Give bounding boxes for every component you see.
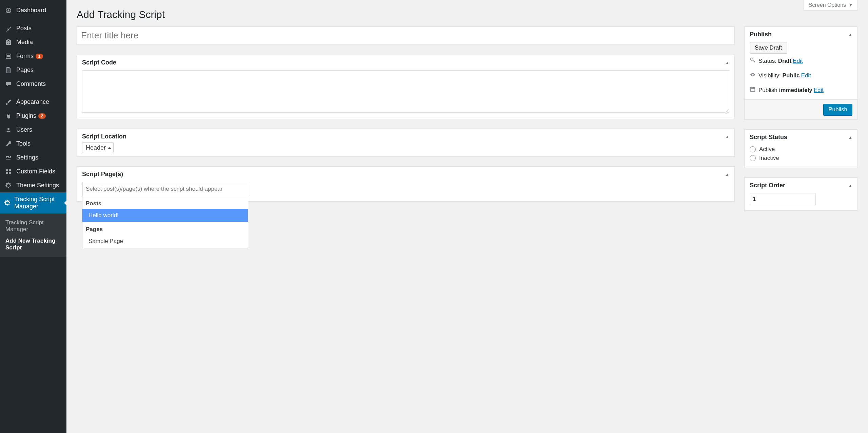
svg-rect-7 xyxy=(6,172,8,174)
menu-comments[interactable]: Comments xyxy=(0,77,66,91)
svg-rect-5 xyxy=(6,169,8,171)
box-toggle[interactable]: ▲ xyxy=(725,134,729,139)
svg-rect-3 xyxy=(7,56,10,57)
menu-posts[interactable]: Posts xyxy=(0,21,66,35)
menu-dashboard[interactable]: Dashboard xyxy=(0,3,66,17)
gear-icon xyxy=(4,200,11,206)
publish-status-row: Status: Draft Edit xyxy=(750,54,852,68)
user-icon xyxy=(4,127,13,133)
radio-active[interactable]: Active xyxy=(750,145,852,154)
publish-value: immediately xyxy=(779,87,812,94)
plug-icon xyxy=(4,113,13,119)
page-title: Add Tracking Script xyxy=(77,0,858,26)
option-group-pages: Pages xyxy=(82,222,248,235)
box-title: Script Location xyxy=(82,133,126,140)
pin-icon xyxy=(4,25,13,32)
box-script-order: Script Order ▲ xyxy=(744,177,858,211)
option-group-posts: Posts xyxy=(82,196,248,209)
box-title: Script Status xyxy=(750,134,787,141)
svg-rect-6 xyxy=(9,169,11,171)
menu-label: Appearance xyxy=(16,98,49,106)
save-draft-button[interactable]: Save Draft xyxy=(750,42,787,54)
menu-appearance[interactable]: Appearance xyxy=(0,95,66,109)
menu-label: Theme Settings xyxy=(16,182,59,189)
box-title: Script Order xyxy=(750,182,785,189)
menu-label: Plugins xyxy=(16,112,36,119)
dashboard-icon xyxy=(4,7,13,14)
script-code-textarea[interactable] xyxy=(82,70,729,113)
box-toggle[interactable]: ▲ xyxy=(848,135,852,140)
eye-icon xyxy=(750,72,758,79)
visibility-value: Public xyxy=(783,72,800,79)
script-pages-input[interactable] xyxy=(82,182,248,196)
edit-status-link[interactable]: Edit xyxy=(793,58,803,64)
media-icon xyxy=(4,39,13,46)
menu-tools[interactable]: Tools xyxy=(0,137,66,151)
svg-point-4 xyxy=(7,128,9,130)
radio-icon xyxy=(750,155,756,161)
menu-label: Pages xyxy=(16,67,34,74)
menu-label: Posts xyxy=(16,25,32,32)
menu-label: Settings xyxy=(16,154,38,161)
box-toggle[interactable]: ▲ xyxy=(848,32,852,37)
update-badge: 1 xyxy=(36,54,43,59)
content: Screen Options ▼ Add Tracking Script Scr… xyxy=(66,0,868,433)
menu-plugins[interactable]: Plugins 2 xyxy=(0,109,66,123)
menu-label: Custom Fields xyxy=(16,168,55,175)
menu-forms[interactable]: Forms 1 xyxy=(0,49,66,63)
publish-button[interactable]: Publish xyxy=(823,104,852,115)
menu-label: Tools xyxy=(16,140,31,147)
box-publish: Publish ▲ Save Draft Status: Draft Edit xyxy=(744,26,858,120)
menu-users[interactable]: Users xyxy=(0,123,66,137)
page-icon xyxy=(4,67,13,74)
menu-tracking-script-manager[interactable]: Tracking Script Manager xyxy=(0,192,66,213)
menu-pages[interactable]: Pages xyxy=(0,63,66,77)
script-pages-multiselect[interactable]: Posts Hello world! Pages Sample Page xyxy=(82,182,248,196)
forms-icon xyxy=(4,53,13,60)
svg-point-9 xyxy=(751,58,753,60)
chevron-down-icon: ▼ xyxy=(849,3,853,7)
menu-label: Media xyxy=(16,39,33,46)
svg-point-0 xyxy=(7,41,10,44)
box-title: Script Code xyxy=(82,59,116,66)
box-toggle[interactable]: ▲ xyxy=(848,183,852,188)
radio-label: Active xyxy=(759,146,775,153)
menu-label: Comments xyxy=(16,80,46,88)
visibility-label: Visibility: xyxy=(758,72,781,79)
edit-visibility-link[interactable]: Edit xyxy=(801,72,811,79)
option-sample-page[interactable]: Sample Page xyxy=(82,235,248,248)
brush-icon xyxy=(4,99,13,106)
box-script-pages: Script Page(s) ▲ Posts Hello world! Page… xyxy=(77,166,735,202)
sliders-icon xyxy=(4,154,13,161)
edit-schedule-link[interactable]: Edit xyxy=(814,87,824,94)
wrench-icon xyxy=(4,140,13,147)
publish-visibility-row: Visibility: Public Edit xyxy=(750,68,852,83)
screen-options-toggle[interactable]: Screen Options ▼ xyxy=(804,0,858,11)
radio-icon xyxy=(750,146,756,152)
key-icon xyxy=(750,57,758,65)
menu-custom-fields[interactable]: Custom Fields xyxy=(0,165,66,178)
script-location-select[interactable]: Header xyxy=(82,142,114,153)
radio-inactive[interactable]: Inactive xyxy=(750,154,852,163)
menu-media[interactable]: Media xyxy=(0,35,66,49)
menu-theme-settings[interactable]: Theme Settings xyxy=(0,178,66,192)
screen-options-label: Screen Options xyxy=(809,2,846,8)
status-label: Status: xyxy=(758,58,776,64)
svg-rect-10 xyxy=(751,88,755,92)
box-title: Publish xyxy=(750,31,772,38)
svg-rect-8 xyxy=(9,172,11,174)
title-input[interactable] xyxy=(77,26,735,44)
submenu: Tracking Script Manager Add New Tracking… xyxy=(0,213,66,257)
publish-label: Publish xyxy=(758,87,777,94)
script-order-input[interactable] xyxy=(750,193,816,205)
menu-settings[interactable]: Settings xyxy=(0,151,66,165)
option-hello-world[interactable]: Hello world! xyxy=(82,209,248,222)
menu-label: Dashboard xyxy=(16,7,46,14)
box-script-location: Script Location ▲ Header xyxy=(77,129,735,157)
submenu-add-new-tracking-script[interactable]: Add New Tracking Script xyxy=(0,235,66,253)
status-value: Draft xyxy=(778,58,792,64)
box-toggle[interactable]: ▲ xyxy=(725,172,729,177)
box-toggle[interactable]: ▲ xyxy=(725,60,729,65)
menu-label: Users xyxy=(16,126,32,133)
submenu-tracking-script-manager[interactable]: Tracking Script Manager xyxy=(0,217,66,235)
